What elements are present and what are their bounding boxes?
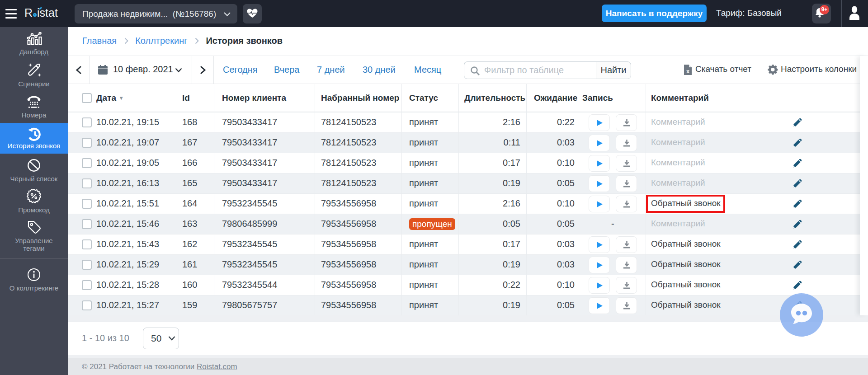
svg-text:x: x bbox=[686, 68, 690, 75]
